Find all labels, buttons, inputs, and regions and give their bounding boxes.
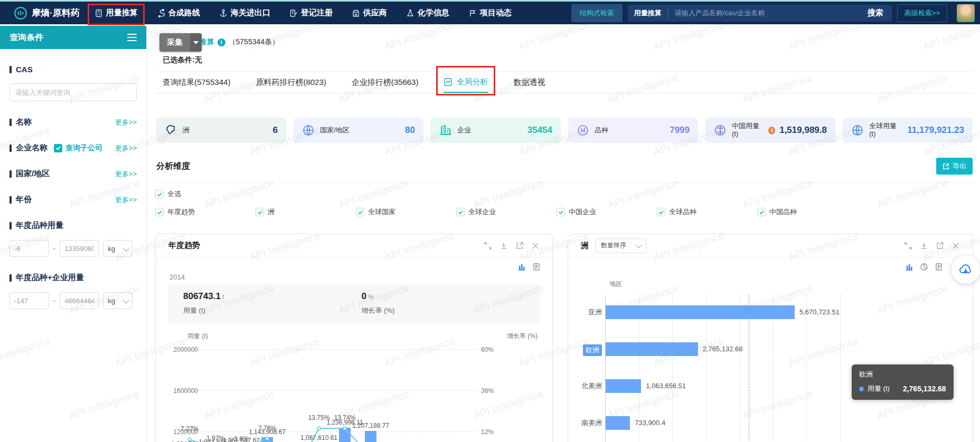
- expand-icon[interactable]: [904, 242, 912, 250]
- company-usage-min-input[interactable]: [10, 292, 49, 309]
- subsidiary-checkbox[interactable]: 查询子公司: [54, 143, 102, 153]
- dimension-checkbox-中国品种[interactable]: 中国品种: [757, 207, 858, 217]
- option-label: 全球国家: [368, 207, 395, 217]
- nav-item-登记注册[interactable]: 登记注册: [289, 8, 333, 18]
- tab-bar: 查询结果(5755344)原料药排行榜(8023)企业排行榜(35663)全局分…: [155, 71, 974, 93]
- tab-label: 数据透视: [513, 78, 545, 88]
- nav-item-化学信息[interactable]: 化学信息: [406, 8, 449, 18]
- search-mode-selector[interactable]: 用量推算: [628, 8, 668, 18]
- collect-button[interactable]: 采集: [159, 33, 202, 52]
- company-more-link[interactable]: 更多>>: [115, 143, 137, 153]
- close-icon[interactable]: [531, 242, 540, 250]
- tab-企业排行榜(35663)[interactable]: 企业排行榜(35663): [352, 72, 419, 93]
- country-more-link[interactable]: 更多>>: [115, 169, 137, 179]
- summary-growth: 0% 增长率 (%): [346, 291, 524, 315]
- tab-全局分析[interactable]: 全局分析: [444, 72, 488, 93]
- nav-item-用量推算[interactable]: 用量推算: [95, 8, 138, 18]
- usage-max-input[interactable]: [60, 240, 99, 257]
- sort-order-select[interactable]: 数量降序: [595, 238, 646, 253]
- yearly-trend-panel: 年度趋势 2014 806743.1t 用量 (t) 0%: [155, 234, 553, 442]
- chevron-down-icon: [123, 244, 130, 251]
- logo-icon: [14, 6, 27, 20]
- trend-chart[interactable]: 200000060%160000036%120000012%800000-12%…: [168, 344, 540, 442]
- search-button[interactable]: 搜索: [859, 8, 892, 18]
- anchor-icon: [219, 9, 228, 17]
- app-logo[interactable]: 摩熵·原料药: [14, 6, 80, 20]
- dimension-checkbox-全球企业[interactable]: 全球企业: [456, 207, 557, 217]
- cas-input[interactable]: [10, 83, 137, 101]
- bar-chart-icon[interactable]: [517, 263, 526, 271]
- chart-type-toolbar: [156, 257, 552, 271]
- global-search-input[interactable]: [668, 9, 859, 17]
- cas-label: CAS: [10, 65, 33, 74]
- user-avatar[interactable]: [957, 4, 975, 22]
- dimension-checkbox-年度趋势[interactable]: 年度趋势: [155, 207, 256, 217]
- bar-欧洲[interactable]: [606, 342, 698, 356]
- advanced-search-button[interactable]: 高级检索>>: [897, 4, 947, 22]
- stat-label: 全球用量 (t): [869, 122, 902, 138]
- download-icon[interactable]: [920, 242, 928, 250]
- name-more-link[interactable]: 更多>>: [115, 118, 137, 127]
- app-title: 摩熵·原料药: [32, 7, 80, 19]
- globe-icon: [302, 124, 315, 137]
- external-link-icon[interactable]: [936, 242, 944, 250]
- building-icon: [439, 124, 452, 137]
- dimension-checkbox-全球品种[interactable]: 全球品种: [657, 207, 757, 217]
- category-label-南美洲[interactable]: 南美洲: [581, 418, 602, 428]
- growth-point-label: 13.75%: [308, 414, 330, 421]
- cloud-download-button[interactable]: [951, 255, 980, 284]
- main-content: 首页 | 用量推算 i （5755344条） 采集 已选条件:无 查询结果(57…: [147, 26, 980, 442]
- external-link-icon[interactable]: [515, 242, 524, 250]
- category-label-北美洲[interactable]: 北美洲: [581, 381, 602, 391]
- dimension-title: 分析维度: [156, 161, 190, 172]
- bar-南美洲[interactable]: [606, 416, 630, 430]
- checkbox-icon: [456, 208, 465, 216]
- nav-item-label: 化学信息: [418, 8, 449, 18]
- bar-北美洲[interactable]: [606, 379, 641, 393]
- stat-value: 35454: [527, 125, 552, 136]
- filter-name: 名称 更多>>: [0, 117, 146, 127]
- nav-item-合成路线[interactable]: 合成路线: [157, 8, 200, 18]
- pie-chart-icon[interactable]: [920, 263, 928, 271]
- close-icon[interactable]: [951, 242, 960, 250]
- continent-icon: [165, 124, 177, 137]
- nav-item-供应商[interactable]: 供应商: [352, 8, 387, 18]
- info-icon[interactable]: i: [218, 39, 225, 46]
- dimension-checkbox-洲[interactable]: 洲: [256, 207, 356, 217]
- usage-unit-select[interactable]: kg: [103, 240, 133, 257]
- name-label: 名称: [10, 117, 32, 127]
- growth-point-label: 1.97%: [206, 435, 224, 442]
- growth-point-label: 13.74%: [334, 414, 356, 421]
- tab-原料药排行榜(8023)[interactable]: 原料药排行榜(8023): [256, 72, 326, 93]
- expand-icon[interactable]: [484, 242, 492, 250]
- company-usage-max-input[interactable]: [60, 292, 99, 309]
- tab-label: 企业排行榜(35663): [352, 78, 419, 88]
- dimension-checkbox-全球国家[interactable]: 全球国家: [356, 207, 456, 217]
- nav-item-海关进出口[interactable]: 海关进出口: [219, 8, 270, 18]
- data-list-icon[interactable]: [532, 263, 541, 271]
- filter-cas: CAS: [0, 65, 146, 101]
- download-icon[interactable]: [500, 242, 508, 250]
- company-usage-unit-select[interactable]: kg: [103, 292, 133, 309]
- category-label-亚洲[interactable]: 亚洲: [581, 308, 602, 317]
- usage-min-input[interactable]: [10, 240, 49, 257]
- info-icon[interactable]: i: [768, 127, 775, 134]
- top-nav: 摩熵·原料药 用量推算合成路线海关进出口登记注册供应商化学信息项目动态 结构式检…: [0, 0, 980, 24]
- select-all-checkbox[interactable]: 全选: [155, 189, 181, 199]
- category-label-欧洲[interactable]: 欧洲: [583, 344, 602, 356]
- series-dot-icon: [859, 387, 864, 391]
- export-button[interactable]: 导出: [936, 158, 973, 175]
- dimension-checkbox-中国企业[interactable]: 中国企业: [557, 207, 657, 217]
- bar-亚洲[interactable]: [606, 305, 795, 319]
- panel-header: 洲 数量降序: [568, 234, 973, 257]
- register-icon: [289, 9, 298, 17]
- structure-search-button[interactable]: 结构式检索: [571, 4, 623, 22]
- tab-数据透视[interactable]: 数据透视: [513, 72, 545, 93]
- nav-item-项目动态[interactable]: 项目动态: [468, 8, 512, 18]
- year-more-link[interactable]: 更多>>: [115, 195, 137, 205]
- collapse-sidebar-icon[interactable]: [127, 34, 137, 41]
- data-list-icon[interactable]: [935, 263, 943, 271]
- bar-chart-icon[interactable]: [905, 263, 913, 271]
- country-label: 国家/地区: [10, 169, 50, 179]
- tab-查询结果(5755344)[interactable]: 查询结果(5755344): [163, 72, 230, 93]
